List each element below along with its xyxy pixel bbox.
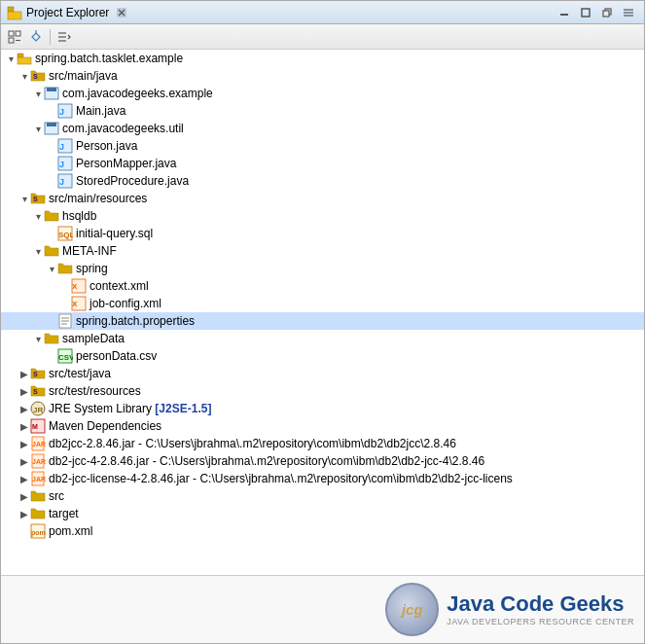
tree-item-spring[interactable]: ▾spring [1,260,644,277]
tree-item-jre-library[interactable]: ▶JRJRE System Library [J2SE-1.5] [1,400,644,417]
tree-item-root[interactable]: ▾spring.batch.tasklet.example [1,50,644,67]
label-person-data-csv: personData.csv [76,349,157,363]
tree-item-hsqldb[interactable]: ▾hsqldb [1,207,644,225]
tree-item-sample-data[interactable]: ▾sampleData [1,330,644,347]
svg-rect-24 [47,88,56,91]
label-jre-library: JRE System Library [J2SE-1.5] [49,402,211,415]
tree-item-personmapper-java[interactable]: JPersonMapper.java [1,155,644,172]
project-explorer-window: Project Explorer [0,0,645,644]
icon-java: J [57,173,73,189]
toggle-maven-deps[interactable]: ▶ [18,420,30,432]
toggle-src-main-resources[interactable]: ▾ [18,193,30,204]
toggle-root[interactable]: ▾ [5,53,17,64]
svg-text:S: S [33,73,38,80]
tree-item-job-config-xml[interactable]: Xjob-config.xml [1,295,644,312]
tree-item-person-data-csv[interactable]: CSVpersonData.csv [1,347,644,365]
toggle-meta-inf[interactable]: ▾ [32,245,44,257]
view-menu-dropdown-button[interactable] [54,27,74,47]
svg-text:J: J [59,142,64,152]
label-maven-deps: Maven Dependencies [49,419,161,433]
collapse-all-button[interactable] [5,27,24,47]
icon-jar: JAR [30,453,46,469]
toggle-sample-data[interactable]: ▾ [32,333,44,344]
svg-text:JAR: JAR [32,458,46,465]
toggle-pkg-example[interactable]: ▾ [32,88,44,99]
icon-folder [57,261,73,276]
link-with-editor-button[interactable] [26,27,46,47]
tree-item-src-test-java[interactable]: ▶Ssrc/test/java [1,365,644,382]
tree-area[interactable]: ▾spring.batch.tasklet.example▾Ssrc/main/… [1,50,644,575]
maximize-button[interactable] [576,3,595,22]
label-spring: spring [76,262,108,275]
tree-item-pom-xml[interactable]: pompom.xml [1,522,644,540]
label-src-test-resources: src/test/resources [49,384,141,398]
icon-jar: JAR [30,471,46,486]
tree-item-src[interactable]: ▶src [1,487,644,505]
jcg-text-block: Java Code Geeks Java Developers Resource… [447,592,634,626]
toggle-db2jcc4[interactable]: ▶ [18,455,30,467]
toggle-db2jcc-license[interactable]: ▶ [18,473,30,484]
tree-item-db2jcc[interactable]: ▶JARdb2jcc-2.8.46.jar - C:\Users\jbrahma… [1,435,644,452]
svg-rect-5 [560,14,568,16]
tree-item-pkg-example[interactable]: ▾com.javacodegeeks.example [1,85,644,102]
icon-jre: JR [30,401,46,416]
icon-folder [30,506,46,521]
tree-item-pkg-util[interactable]: ▾com.javacodegeeks.util [1,120,644,137]
tree-item-context-xml[interactable]: Xcontext.xml [1,277,644,295]
icon-pom: pom [30,523,46,539]
icon-folder-src: S [30,191,46,206]
tree-item-maven-deps[interactable]: ▶MMaven Dependencies [1,417,644,435]
tree-item-src-test-resources[interactable]: ▶Ssrc/test/resources [1,382,644,400]
tree-item-meta-inf[interactable]: ▾META-INF [1,242,644,260]
svg-rect-21 [18,57,31,64]
svg-text:X: X [72,300,78,308]
label-root: spring.batch.tasklet.example [35,52,183,65]
tree-item-initial-query[interactable]: SQLinitial-query.sql [1,225,644,242]
svg-rect-8 [603,11,609,17]
svg-text:JAR: JAR [32,441,46,447]
view-menu-button[interactable] [619,3,638,22]
tree-item-spring-batch-props[interactable]: spring.batch.properties [1,312,644,330]
svg-text:S: S [33,196,38,202]
tree-item-src-main-java[interactable]: ▾Ssrc/main/java [1,67,644,85]
minimize-button[interactable] [555,3,574,22]
icon-maven: M [30,418,46,434]
toggle-target[interactable]: ▶ [18,508,30,519]
label-spring-batch-props: spring.batch.properties [76,314,195,328]
label-src: src [49,489,64,503]
toggle-src-test-java[interactable]: ▶ [18,368,30,379]
toggle-spring[interactable]: ▾ [46,263,57,274]
tree-item-target[interactable]: ▶target [1,505,644,522]
label-db2jcc4: db2-jcc-4-2.8.46.jar - C:\Users\jbrahma\… [49,454,484,468]
tree-item-main-java[interactable]: JMain.java [1,102,644,120]
tree-item-storedprocedure-java[interactable]: JStoredProcedure.java [1,172,644,190]
tree-item-src-main-resources[interactable]: ▾Ssrc/main/resources [1,190,644,207]
icon-package [44,86,59,101]
title-text: Project Explorer [26,6,109,19]
restore-button[interactable] [597,3,617,22]
label-target: target [49,507,79,520]
label-src-main-java: src/main/java [49,69,118,83]
toggle-src-main-java[interactable]: ▾ [18,70,30,82]
svg-text:M: M [32,423,38,430]
svg-text:S: S [33,388,38,395]
jcg-main-text: Java Code Geeks [447,592,634,616]
tree-item-db2jcc4[interactable]: ▶JARdb2-jcc-4-2.8.46.jar - C:\Users\jbra… [1,452,644,470]
toolbar-separator [50,29,51,45]
tree-item-db2jcc-license[interactable]: ▶JARdb2-jcc-license-4-2.8.46.jar - C:\Us… [1,470,644,487]
toggle-src-test-resources[interactable]: ▶ [18,385,30,397]
label-person-java: Person.java [76,139,137,153]
label-sample-data: sampleData [62,332,125,345]
toggle-jre-library[interactable]: ▶ [18,403,30,414]
toggle-db2jcc[interactable]: ▶ [18,438,30,449]
label-pkg-util: com.javacodegeeks.util [62,122,184,135]
title-x-icon[interactable] [117,8,126,18]
toggle-src[interactable]: ▶ [18,490,30,502]
svg-rect-1 [8,12,21,19]
label-job-config-xml: job-config.xml [90,297,161,310]
toggle-hsqldb[interactable]: ▾ [32,210,44,222]
tree-item-person-java[interactable]: JPerson.java [1,137,644,155]
jcg-circle-text: jcg [402,601,423,618]
toggle-pkg-util[interactable]: ▾ [32,123,44,134]
svg-text:S: S [33,371,38,377]
